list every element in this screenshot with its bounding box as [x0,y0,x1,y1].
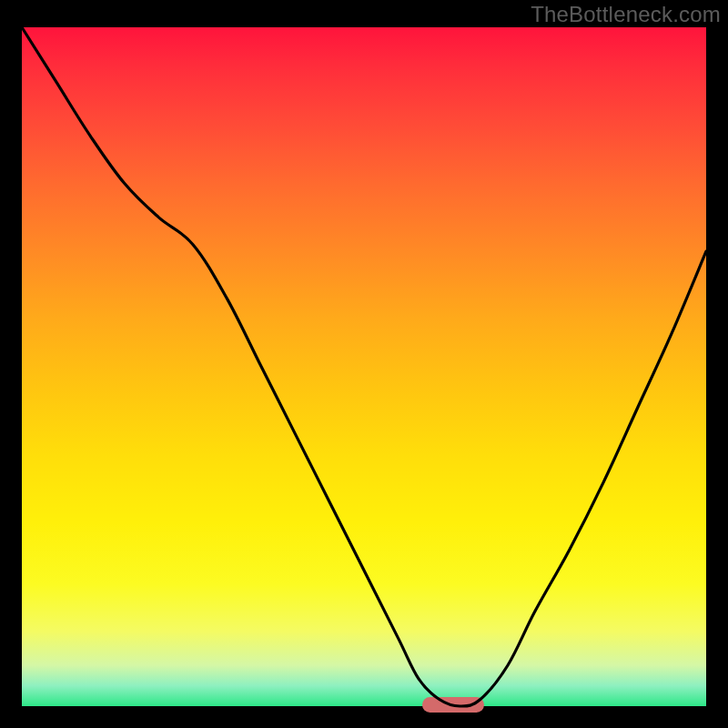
watermark-text: TheBottleneck.com [531,2,721,27]
bottleneck-curve [22,27,706,706]
plot-area [22,27,706,706]
chart-frame: TheBottleneck.com [0,0,728,728]
